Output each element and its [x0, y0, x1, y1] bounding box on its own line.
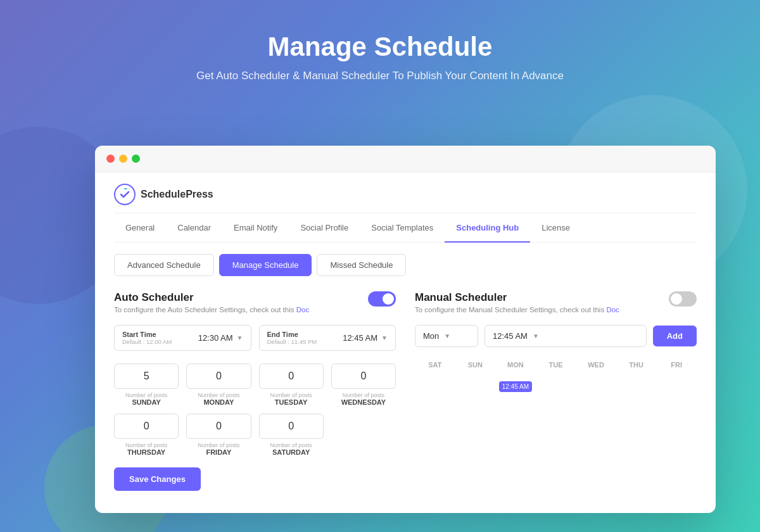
days-grid-row1: 5 Number of posts SUNDAY 0 Number of pos…: [114, 364, 396, 406]
page-title: Manage Schedule: [0, 32, 760, 62]
manual-add-row: Mon ▼ 12:45 AM ▼ Add: [415, 325, 697, 347]
time-pickers-row: Start Time Default : 12:00 AM 12:30 AM ▼…: [114, 325, 396, 351]
logo-text: SchedulePress: [141, 189, 213, 200]
start-time-labels: Start Time Default : 12:00 AM: [122, 331, 172, 345]
auto-scheduler-toggle[interactable]: [368, 291, 396, 307]
day-cell-saturday: 0 Number of posts SATURDAY: [259, 414, 324, 456]
nav-tab-email-notify[interactable]: Email Notify: [222, 214, 289, 243]
day-cell-tuesday: 0 Number of posts TUESDAY: [259, 364, 324, 406]
cal-header-thu: THU: [616, 358, 657, 371]
nav-tab-social-profile[interactable]: Social Profile: [289, 214, 360, 243]
day-cell-wednesday: 0 Number of posts WEDNESDAY: [331, 364, 396, 406]
cal-time-entry[interactable]: 12:45 AM: [499, 381, 532, 392]
nav-tab-license[interactable]: License: [530, 214, 581, 243]
manual-scheduler-desc: To configure the Manual Scheduler Settin…: [415, 306, 619, 314]
day-cell-thursday: 0 Number of posts THURSDAY: [114, 414, 179, 456]
header-section: Manage Schedule Get Auto Scheduler & Man…: [0, 0, 760, 82]
calendar-row: 12:45 AM: [415, 376, 697, 396]
traffic-lights: [106, 155, 140, 163]
cal-header-wed: WED: [576, 358, 616, 371]
traffic-light-red[interactable]: [106, 155, 115, 163]
auto-scheduler-toggle-knob: [383, 293, 394, 305]
svg-point-0: [115, 184, 135, 205]
add-button[interactable]: Add: [653, 326, 697, 346]
sub-tab-advanced-schedule[interactable]: Advanced Schedule: [114, 254, 214, 276]
traffic-light-yellow[interactable]: [119, 155, 127, 163]
logo-bar: SchedulePress: [114, 172, 697, 213]
day-cell-sunday: 5 Number of posts SUNDAY: [114, 364, 179, 406]
tuesday-count[interactable]: 0: [259, 364, 324, 389]
wednesday-count[interactable]: 0: [331, 364, 396, 389]
cal-header-fri: FRI: [656, 358, 697, 371]
cal-header-tue: TUE: [536, 358, 576, 371]
auto-scheduler-toggle-bg: [368, 291, 396, 307]
nav-tab-calendar[interactable]: Calendar: [166, 214, 222, 243]
day-cell-friday: 0 Number of posts FRIDAY: [186, 414, 251, 456]
monday-count[interactable]: 0: [186, 364, 251, 389]
auto-scheduler-doc-link[interactable]: Doc: [296, 306, 309, 314]
manual-scheduler-header-text: Manual Scheduler To configure the Manual…: [415, 291, 619, 322]
cal-header-sun: SUN: [455, 358, 496, 371]
day-select-chevron: ▼: [444, 332, 450, 339]
traffic-light-green[interactable]: [132, 155, 140, 163]
manual-scheduler-section: Manual Scheduler To configure the Manual…: [415, 291, 697, 491]
days-grid-row2: 0 Number of posts THURSDAY 0 Number of p…: [114, 414, 396, 456]
page-subtitle: Get Auto Scheduler & Manual Scheduler To…: [0, 70, 760, 82]
auto-scheduler-desc: To configure the Auto Scheduler Settings…: [114, 306, 309, 314]
sub-tab-manage-schedule[interactable]: Manage Schedule: [219, 254, 312, 276]
time-select[interactable]: 12:45 AM ▼: [484, 325, 647, 347]
calendar-header: SAT SUN MON TUE WED THU FRI: [415, 358, 697, 371]
auto-scheduler-section: Auto Scheduler To configure the Auto Sch…: [114, 291, 396, 491]
sub-tab-missed-schedule[interactable]: Missed Schedule: [317, 254, 406, 276]
cal-cell-mon: 12:45 AM: [495, 376, 536, 396]
manual-scheduler-toggle[interactable]: [669, 291, 697, 307]
cal-cell-fri: [656, 376, 697, 396]
cal-header-mon: MON: [495, 358, 536, 371]
sub-tabs: Advanced Schedule Manage Schedule Missed…: [114, 254, 697, 276]
saturday-count[interactable]: 0: [259, 414, 324, 439]
app-content: SchedulePress General Calendar Email Not…: [95, 172, 716, 504]
cal-cell-wed: [576, 376, 616, 396]
manual-scheduler-toggle-bg: [669, 291, 697, 307]
title-bar: [95, 146, 716, 172]
auto-scheduler-title: Auto Scheduler: [114, 291, 309, 304]
cal-header-sat: SAT: [415, 358, 455, 371]
manual-scheduler-header-row: Manual Scheduler To configure the Manual…: [415, 291, 697, 322]
manual-scheduler-toggle-knob: [671, 293, 682, 305]
day-select[interactable]: Mon ▼: [415, 325, 478, 347]
start-time-picker[interactable]: Start Time Default : 12:00 AM 12:30 AM ▼: [114, 325, 251, 351]
nav-tab-social-templates[interactable]: Social Templates: [360, 214, 445, 243]
cal-cell-tue: [536, 376, 576, 396]
auto-scheduler-header-text: Auto Scheduler To configure the Auto Sch…: [114, 291, 309, 322]
main-grid: Auto Scheduler To configure the Auto Sch…: [114, 291, 697, 491]
end-time-chevron: ▼: [381, 334, 388, 341]
end-time-picker[interactable]: End Time Default : 11:45 PM 12:45 AM ▼: [259, 325, 396, 351]
thursday-count[interactable]: 0: [114, 414, 179, 439]
cal-cell-thu: [616, 376, 657, 396]
auto-scheduler-header-row: Auto Scheduler To configure the Auto Sch…: [114, 291, 396, 322]
time-select-chevron: ▼: [533, 332, 539, 339]
start-time-value: 12:30 AM ▼: [198, 333, 243, 343]
nav-tabs: General Calendar Email Notify Social Pro…: [114, 213, 697, 243]
logo-icon: [114, 184, 136, 205]
sunday-count[interactable]: 5: [114, 364, 179, 389]
nav-tab-general[interactable]: General: [114, 214, 166, 243]
app-window: SchedulePress General Calendar Email Not…: [95, 146, 716, 513]
end-time-value: 12:45 AM ▼: [343, 333, 388, 343]
day-cell-monday: 0 Number of posts MONDAY: [186, 364, 251, 406]
cal-cell-sat: [415, 376, 455, 396]
manual-scheduler-doc-link[interactable]: Doc: [606, 306, 619, 314]
start-time-chevron: ▼: [237, 334, 243, 341]
end-time-labels: End Time Default : 11:45 PM: [267, 331, 317, 345]
friday-count[interactable]: 0: [186, 414, 251, 439]
cal-cell-sun: [455, 376, 496, 396]
manual-scheduler-title: Manual Scheduler: [415, 291, 619, 304]
save-changes-button[interactable]: Save Changes: [114, 467, 201, 491]
nav-tab-scheduling-hub[interactable]: Scheduling Hub: [445, 214, 530, 243]
